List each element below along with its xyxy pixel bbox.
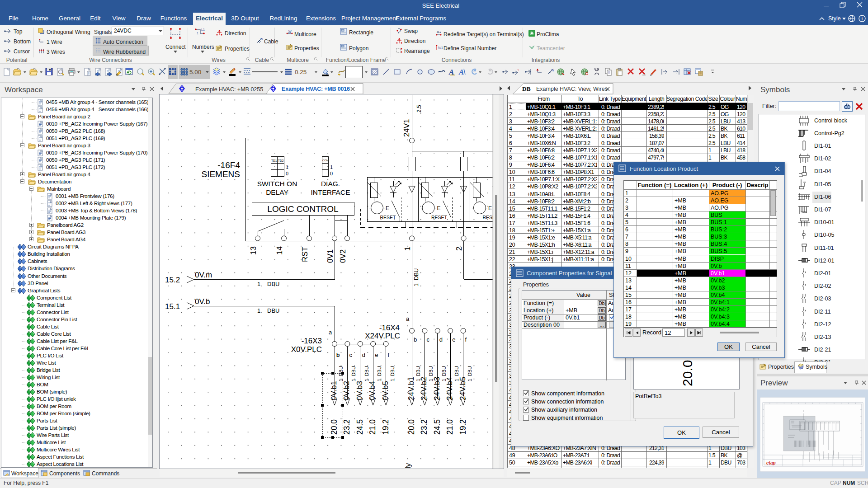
svg-text:1 DBU: 1 DBU [467, 366, 472, 381]
svg-text:1 DBU: 1 DBU [364, 366, 369, 381]
svg-text:0V.b1: 0V.b1 [330, 381, 338, 400]
svg-text:d: d [362, 352, 365, 358]
svg-text:1 DBU: 1 DBU [390, 366, 395, 381]
svg-text:X24V.PLC: X24V.PLC [365, 332, 400, 340]
svg-text:0V.b4: 0V.b4 [368, 381, 377, 400]
svg-text:15.2: 15.2 [165, 276, 180, 284]
svg-text:1: 1 [257, 281, 260, 287]
svg-text:W: W [551, 69, 554, 72]
svg-text:23.2: 23.2 [342, 419, 351, 435]
svg-text:RESET: RESET [380, 215, 396, 220]
svg-text:DBU: DBU [267, 281, 279, 287]
svg-text:0V1: 0V1 [326, 249, 335, 263]
svg-text:24V.b5: 24V.b5 [458, 377, 467, 400]
svg-text:INTERFACE: INTERFACE [311, 188, 350, 196]
svg-text:N/1: N/1 [438, 46, 443, 49]
svg-text:i: i [861, 16, 863, 21]
svg-text:1: 1 [197, 32, 198, 35]
svg-text:24V.b4: 24V.b4 [445, 377, 454, 400]
svg-text:0V.b: 0V.b [195, 297, 210, 306]
svg-text:COM: COM [322, 159, 329, 162]
svg-text:0V.b5: 0V.b5 [381, 381, 390, 400]
svg-text:14: 14 [275, 246, 284, 255]
svg-text:24V.b1: 24V.b1 [407, 377, 415, 400]
svg-text:E: E [437, 205, 441, 211]
svg-text:f: f [465, 336, 467, 343]
svg-text:DBU: DBU [267, 307, 279, 314]
svg-text:-16F4: -16F4 [217, 160, 240, 170]
svg-text:E: E [386, 205, 389, 211]
svg-text:1 DBU: 1 DBU [351, 366, 356, 381]
svg-text:a: a [439, 31, 441, 33]
svg-text:TD2: TD2 [278, 159, 284, 162]
svg-text:19.2: 19.2 [458, 419, 467, 435]
svg-text:20.0: 20.0 [407, 419, 416, 435]
svg-text:0V2: 0V2 [339, 249, 347, 263]
svg-text:19.2: 19.2 [381, 419, 390, 435]
svg-text:21.0: 21.0 [368, 419, 377, 435]
svg-text:b: b [336, 352, 340, 358]
svg-text:RST: RST [301, 247, 309, 262]
svg-text:20.0: 20.0 [330, 419, 339, 435]
svg-text:-16X3: -16X3 [302, 337, 322, 345]
svg-text:15.1: 15.1 [165, 302, 180, 311]
svg-text:L1: L1 [201, 28, 205, 31]
svg-text:e: e [452, 336, 455, 343]
svg-text:b: b [414, 336, 417, 343]
svg-text:1 DBU: 1 DBU [377, 366, 382, 381]
svg-text:1: 1 [403, 247, 412, 251]
svg-text:0V.m: 0V.m [195, 271, 212, 279]
svg-text:23.2: 23.2 [420, 419, 429, 435]
svg-text:LOGIC CONTROL: LOGIC CONTROL [267, 204, 338, 214]
svg-text:f: f [388, 352, 390, 358]
svg-text:1 DBU: 1 DBU [413, 268, 420, 286]
svg-text:2: 2 [455, 247, 463, 251]
svg-text:24V.b3: 24V.b3 [433, 377, 441, 400]
svg-text:e: e [375, 352, 378, 358]
svg-text:0V.b2: 0V.b2 [342, 381, 351, 400]
svg-text:E: E [488, 205, 492, 211]
svg-text:c: c [349, 352, 352, 358]
svg-text:X0V.PLC: X0V.PLC [291, 345, 322, 354]
svg-text:1: 1 [286, 164, 288, 170]
svg-text:24.5: 24.5 [355, 419, 364, 435]
svg-text:21.0: 21.0 [445, 419, 454, 435]
svg-text:SWITCH ON: SWITCH ON [257, 180, 297, 188]
svg-text:2.5: 2.5 [416, 105, 422, 113]
svg-text:DELAY: DELAY [266, 188, 288, 196]
svg-text:1: 1 [330, 164, 333, 170]
svg-text:a: a [406, 315, 410, 322]
svg-text:ly: ly [404, 463, 412, 469]
svg-text:13: 13 [249, 246, 258, 255]
svg-text:DIAG.: DIAG. [321, 180, 340, 188]
svg-text:0: 0 [286, 171, 288, 176]
svg-text:0V.b3: 0V.b3 [355, 381, 364, 400]
svg-text:24V1: 24V1 [402, 119, 411, 137]
svg-text:d: d [439, 336, 443, 343]
svg-text:-16X4: -16X4 [379, 324, 400, 332]
svg-text:24V.b2: 24V.b2 [420, 377, 428, 400]
svg-text:20.0: 20.0 [680, 360, 695, 386]
svg-text:a: a [329, 329, 332, 336]
svg-text:W: W [288, 30, 292, 33]
svg-text:W: W [260, 38, 263, 41]
svg-text:c: c [426, 336, 429, 343]
svg-text:TD1: TD1 [271, 159, 277, 162]
svg-text:etap: etap [766, 460, 776, 465]
svg-text:A: A [458, 68, 464, 76]
svg-text:1: 1 [257, 307, 260, 314]
svg-text:0: 0 [330, 171, 333, 176]
svg-text:24.5: 24.5 [433, 419, 442, 435]
svg-text:SIEMENS: SIEMENS [201, 169, 240, 179]
svg-text:RESET: RESET [431, 215, 448, 220]
